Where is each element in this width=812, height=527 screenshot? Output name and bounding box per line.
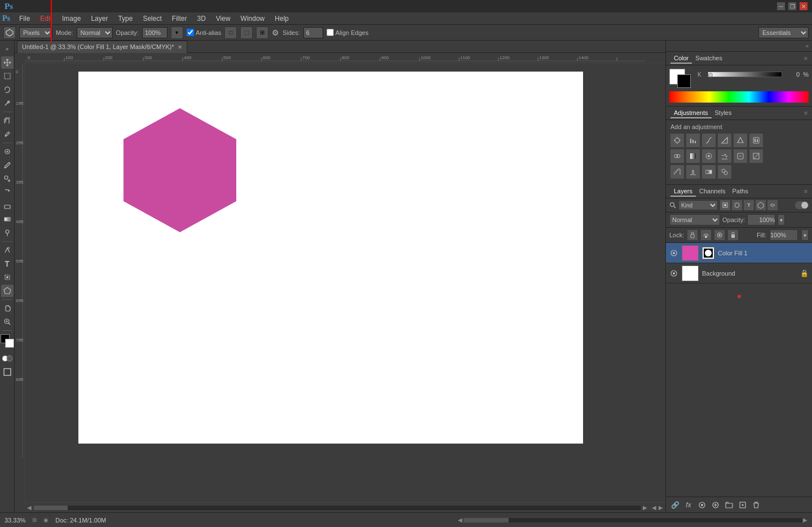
add-layer-btn[interactable] [737,499,748,511]
sides-input[interactable] [303,27,323,38]
tool-toggle-btn[interactable]: » [1,43,14,55]
canvas-wrapper[interactable]: 0 100 200 300 400 500 600 700 80 [15,53,665,512]
k-slider[interactable] [708,72,782,77]
gear-icon[interactable]: ⚙ [272,28,279,37]
pixels-dropdown[interactable]: PixelsInchesCm [19,27,52,38]
scroll-track-h[interactable] [34,506,641,510]
adj-btn-brightness[interactable] [670,134,684,147]
opacity-value-input[interactable] [747,214,775,225]
bg-color-swatch[interactable] [677,74,691,88]
tool-zoom[interactable] [1,316,14,328]
tool-lasso[interactable] [1,83,14,96]
layer-visibility-background[interactable] [669,269,678,278]
menu-filter[interactable]: Filter [167,14,192,24]
canvas-tab-main[interactable]: Untitled-1 @ 33.3% (Color Fill 1, Layer … [17,41,187,53]
scroll-right-btn[interactable]: ▶ [643,504,647,511]
tool-dodge[interactable] [1,227,14,239]
minimize-button[interactable]: ─ [777,2,785,10]
adj-btn-exposure[interactable] [718,134,731,147]
adj-btn-selectivecolor[interactable] [718,165,731,179]
panel-collapse-icon[interactable]: « [805,43,809,49]
tool-magic-wand[interactable] [1,97,14,109]
filter-pixel-btn[interactable] [720,200,730,210]
mode-dropdown[interactable]: NormalMultiplyScreen [77,27,113,38]
menu-view[interactable]: View [211,14,235,24]
tool-marquee[interactable] [1,70,14,82]
adj-btn-vibrance[interactable] [734,134,747,147]
tab-swatches[interactable]: Swatches [692,54,726,64]
tab-paths[interactable]: Paths [729,187,752,197]
tool-shape[interactable] [1,285,14,297]
canvas-scrollbar-h[interactable]: ◀ ▶ ◀ ▶ [25,502,665,512]
layer-mask-colorfill1[interactable] [702,247,714,259]
tool-hand[interactable] [1,302,14,315]
color-spectrum[interactable] [669,91,809,103]
close-button[interactable]: ✕ [800,2,807,10]
menu-help[interactable]: Help [270,14,293,24]
align-edges-checkbox[interactable] [326,29,334,36]
filter-adjustment-btn[interactable] [732,200,742,210]
zoom-icon-btn[interactable]: ⊞ [32,517,37,523]
filter-type-btn[interactable]: T [744,200,754,210]
tool-path-selection[interactable] [1,271,14,284]
menu-type[interactable]: Type [113,14,137,24]
add-mask-btn[interactable] [696,499,708,511]
quick-mask-btn[interactable] [1,352,14,365]
fill-value-input[interactable] [770,229,798,241]
menu-file[interactable]: File [15,14,34,24]
lock-all-btn[interactable] [728,230,738,240]
opacity-dropdown-btn[interactable]: ▾ [778,214,785,225]
tab-styles[interactable]: Styles [712,108,735,118]
adj-btn-posterize[interactable] [670,165,684,179]
statusbar-scrolltrack[interactable] [464,518,802,522]
restore-button[interactable]: ❐ [788,2,796,10]
tool-eyedropper[interactable] [1,128,14,140]
tool-text[interactable]: T [1,258,14,270]
opacity-dropdown-btn[interactable]: ▾ [171,26,183,39]
tab-channels[interactable]: Channels [696,187,729,197]
add-fx-btn[interactable]: fx [683,499,694,511]
fill-dropdown-btn[interactable]: ▾ [801,229,809,241]
tab-adjustments[interactable]: Adjustments [670,108,712,118]
add-group-btn[interactable] [723,499,735,511]
canvas-tab-close[interactable]: ✕ [178,44,182,50]
lock-position-btn[interactable] [714,230,725,240]
background-color[interactable] [5,339,14,348]
menu-window[interactable]: Window [236,14,270,24]
adj-btn-photofilter[interactable] [702,149,716,163]
anti-alias-checkbox[interactable] [187,29,194,36]
lock-image-btn[interactable] [701,230,711,240]
canvas-content[interactable] [25,63,665,502]
adj-btn-colorlookup[interactable] [734,149,747,163]
tool-move[interactable] [1,56,14,69]
blend-mode-dropdown[interactable]: NormalMultiplyScreenOverlay [669,214,720,225]
adj-btn-invert[interactable] [749,149,763,163]
tool-crop[interactable] [1,114,14,127]
polygon-shape-btn[interactable] [3,26,16,39]
statusbar-scrollthumb[interactable] [464,518,509,522]
color-panel-arrow[interactable]: ≡ [804,55,807,61]
lock-transparent-btn[interactable] [687,230,698,240]
tool-brush[interactable] [1,159,14,171]
adj-btn-levels[interactable] [686,134,700,147]
adj-btn-bw[interactable] [686,149,700,163]
adj-panel-arrow[interactable]: ≡ [804,110,807,116]
tool-eraser[interactable] [1,200,14,212]
adj-btn-threshold[interactable] [686,165,700,179]
tool-clone[interactable] [1,172,14,185]
screen-mode-btn[interactable] [1,366,14,378]
geo-icon-btn1[interactable]: □ [224,26,237,39]
k-slider-thumb[interactable] [708,73,713,77]
layers-filter-toggle[interactable] [795,201,809,209]
layers-kind-dropdown[interactable]: KindNameEffect [678,200,718,210]
filter-smart-btn[interactable] [767,200,778,210]
status-scroll-right[interactable]: ▶ [803,517,807,523]
tool-healing[interactable] [1,145,14,158]
add-link-btn[interactable]: 🔗 [669,499,681,511]
adj-btn-gradientmap[interactable] [702,165,716,179]
scroll-thumb-h[interactable] [34,506,68,510]
align-edges-label[interactable]: Align Edges [326,29,369,36]
anti-alias-label[interactable]: Anti-alias [187,29,221,36]
filter-shape-btn[interactable] [756,200,766,210]
adj-btn-hsl[interactable] [749,134,763,147]
